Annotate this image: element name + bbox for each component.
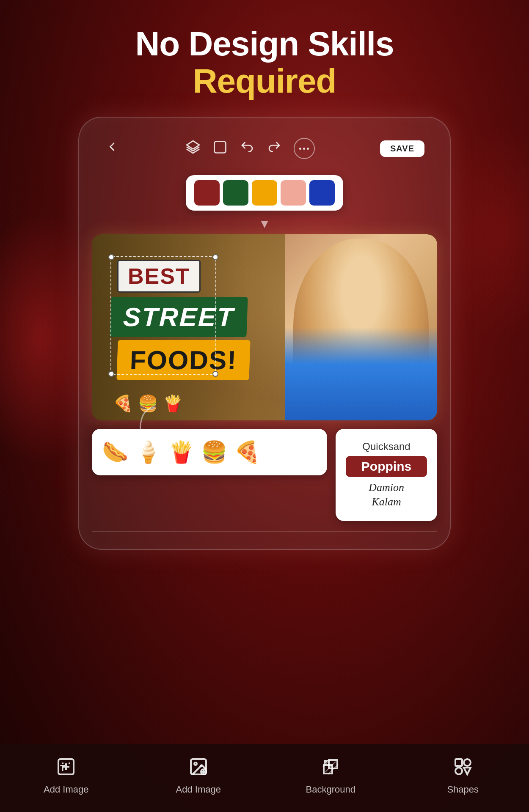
emoji-burger-strip[interactable]: 🍔 xyxy=(201,440,227,464)
bottom-divider xyxy=(92,531,437,532)
font-quicksand[interactable]: Quicksand xyxy=(346,437,427,456)
redo-button[interactable] xyxy=(267,140,282,158)
shapes-icon xyxy=(453,757,473,780)
person-area xyxy=(285,234,437,420)
header-line1: No Design Skills xyxy=(0,25,529,63)
nav-label-background: Background xyxy=(306,784,355,795)
svg-rect-1 xyxy=(214,141,226,153)
svg-rect-10 xyxy=(455,759,462,766)
nav-item-text[interactable]: T Add Image xyxy=(32,757,100,795)
crop-button[interactable] xyxy=(212,140,228,158)
more-button[interactable] xyxy=(294,138,315,159)
device-frame: SAVE ▼ BEST STREET xyxy=(78,117,451,550)
curved-arrow xyxy=(134,403,164,443)
bottom-nav: T Add Image Add Image xyxy=(0,744,529,812)
svg-marker-13 xyxy=(464,768,471,774)
color-swatch-1[interactable] xyxy=(223,180,248,206)
emoji-icecream[interactable]: 🍦 xyxy=(135,440,161,464)
person-shirt xyxy=(285,327,437,420)
svg-point-11 xyxy=(464,759,471,766)
canvas-text-foods[interactable]: FOODS! xyxy=(116,340,250,380)
nav-label-text: Add Image xyxy=(44,784,88,795)
font-damion-kalam[interactable]: DamionKalam xyxy=(346,477,427,513)
emoji-hotdog[interactable]: 🌭 xyxy=(102,440,128,464)
color-palette-container xyxy=(92,175,437,211)
nav-item-shapes[interactable]: Shapes xyxy=(429,757,497,795)
color-swatch-3[interactable] xyxy=(281,180,306,206)
emoji-panel[interactable]: 🌭 🍦 🍟 🍔 🍕 xyxy=(92,429,327,475)
color-palette xyxy=(186,175,343,211)
nav-item-add-image[interactable]: Add Image xyxy=(165,757,232,795)
svg-text:T: T xyxy=(60,763,65,773)
color-swatch-0[interactable] xyxy=(194,180,220,206)
font-panel: Quicksand Poppins DamionKalam xyxy=(336,429,437,521)
background-icon xyxy=(320,757,341,780)
toolbar: SAVE xyxy=(92,130,437,167)
svg-point-5 xyxy=(194,763,197,765)
svg-point-12 xyxy=(455,768,462,774)
color-swatch-4[interactable] xyxy=(309,180,335,206)
undo-button[interactable] xyxy=(240,140,255,158)
layers-button[interactable] xyxy=(185,140,201,158)
emoji-pizza-strip[interactable]: 🍕 xyxy=(234,440,260,464)
bottom-panels: 🌭 🍦 🍟 🍔 🍕 Quicksand Poppins DamionKalam xyxy=(92,429,437,521)
font-poppins[interactable]: Poppins xyxy=(346,456,427,477)
canvas-text-street[interactable]: STREET xyxy=(110,297,248,337)
nav-label-add-image: Add Image xyxy=(176,784,221,795)
emoji-pizza: 🍕 xyxy=(113,394,133,413)
emoji-fries-strip[interactable]: 🍟 xyxy=(168,440,194,464)
header-section: No Design Skills Required xyxy=(0,0,529,117)
arrow-down-indicator: ▼ xyxy=(92,217,437,231)
nav-item-background[interactable]: Background xyxy=(297,757,364,795)
canvas-text-best[interactable]: BEST xyxy=(117,260,201,293)
add-image-icon xyxy=(188,757,209,780)
back-button[interactable] xyxy=(105,139,120,158)
emoji-fries: 🍟 xyxy=(163,394,183,413)
save-button[interactable]: SAVE xyxy=(380,140,424,157)
canvas-area[interactable]: BEST STREET FOODS! 🍕 🍔 🍟 xyxy=(92,234,437,420)
text-add-icon: T xyxy=(56,757,76,780)
header-line2: Required xyxy=(0,63,529,100)
nav-label-shapes: Shapes xyxy=(447,784,479,795)
color-swatch-2[interactable] xyxy=(252,180,277,206)
